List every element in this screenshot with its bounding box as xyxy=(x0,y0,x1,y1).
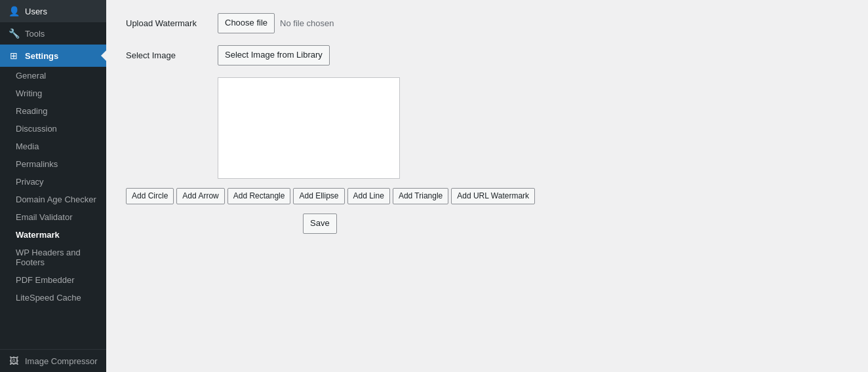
select-image-control: Select Image from Library xyxy=(218,45,330,65)
sidebar-sub-domain-age-checker[interactable]: Domain Age Checker xyxy=(0,191,106,208)
sidebar-sub-permalinks[interactable]: Permalinks xyxy=(0,155,106,173)
upload-watermark-label: Upload Watermark xyxy=(126,18,218,28)
select-image-label: Select Image xyxy=(126,50,218,60)
save-row: Save xyxy=(126,214,848,234)
sidebar-sub-litespeed-cache[interactable]: LiteSpeed Cache xyxy=(0,289,106,307)
select-image-from-library-button[interactable]: Select Image from Library xyxy=(218,45,330,65)
sidebar-item-image-compressor[interactable]: 🖼 Image Compressor xyxy=(0,350,106,372)
sidebar-item-settings[interactable]: ⊞ Settings xyxy=(0,45,106,67)
sidebar-sub-discussion[interactable]: Discussion xyxy=(0,120,106,138)
sidebar-sub-general[interactable]: General xyxy=(0,67,106,84)
toolbar-btn-add-arrow[interactable]: Add Arrow xyxy=(176,188,224,204)
watermark-form: Upload Watermark Choose file No file cho… xyxy=(126,13,848,234)
sidebar-sub-watermark[interactable]: Watermark xyxy=(0,226,106,244)
toolbar-btn-add-triangle[interactable]: Add Triangle xyxy=(393,188,448,204)
choose-file-button[interactable]: Choose file xyxy=(218,13,275,33)
sidebar-sub-wp-headers-footers[interactable]: WP Headers and Footers xyxy=(0,244,106,271)
settings-icon: ⊞ xyxy=(8,50,20,62)
sidebar-item-users-label: Users xyxy=(25,7,47,16)
users-icon: 👤 xyxy=(8,5,20,17)
upload-watermark-control: Choose file No file chosen xyxy=(218,13,334,33)
sidebar-item-settings-label: Settings xyxy=(25,51,58,61)
sidebar-sub-writing[interactable]: Writing xyxy=(0,84,106,102)
select-image-row: Select Image Select Image from Library xyxy=(126,45,848,65)
settings-submenu: General Writing Reading Discussion Media… xyxy=(0,67,106,307)
toolbar-btn-add-circle[interactable]: Add Circle xyxy=(126,188,174,204)
main-content: Upload Watermark Choose file No file cho… xyxy=(106,0,868,372)
sidebar-sub-email-validator[interactable]: Email Validator xyxy=(0,208,106,226)
sidebar-sub-privacy[interactable]: Privacy xyxy=(0,173,106,191)
tools-icon: 🔧 xyxy=(8,28,20,39)
no-file-text: No file chosen xyxy=(280,18,334,28)
sidebar-item-tools[interactable]: 🔧 Tools xyxy=(0,22,106,45)
toolbar-buttons: Add CircleAdd ArrowAdd RectangleAdd Elli… xyxy=(126,188,585,204)
sidebar: 👤 Users 🔧 Tools ⊞ Settings General Writi… xyxy=(0,0,106,372)
sidebar-item-image-compressor-label: Image Compressor xyxy=(25,356,98,366)
sidebar-sub-pdf-embedder[interactable]: PDF Embedder xyxy=(0,271,106,289)
toolbar-btn-add-ellipse[interactable]: Add Ellipse xyxy=(293,188,344,204)
sidebar-sub-media[interactable]: Media xyxy=(0,138,106,155)
sidebar-bottom: 🖼 Image Compressor xyxy=(0,349,106,372)
toolbar-btn-add-rectangle[interactable]: Add Rectangle xyxy=(227,188,291,204)
save-button[interactable]: Save xyxy=(303,214,337,234)
watermark-canvas[interactable] xyxy=(218,77,400,179)
upload-watermark-row: Upload Watermark Choose file No file cho… xyxy=(126,13,848,33)
image-compressor-icon: 🖼 xyxy=(8,355,20,367)
sidebar-item-users[interactable]: 👤 Users xyxy=(0,0,106,22)
toolbar-btn-add-url-watermark[interactable]: Add URL Watermark xyxy=(451,188,535,204)
sidebar-sub-reading[interactable]: Reading xyxy=(0,102,106,120)
sidebar-item-tools-label: Tools xyxy=(25,29,45,39)
toolbar-btn-add-line[interactable]: Add Line xyxy=(347,188,390,204)
